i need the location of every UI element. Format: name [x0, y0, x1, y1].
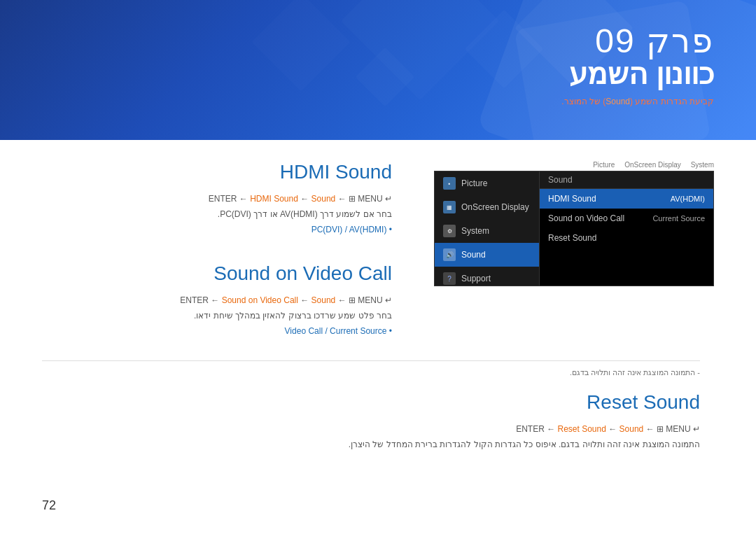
separator-line: [42, 360, 700, 361]
vc-bullets: Video Call / Current Source: [42, 326, 392, 336]
video-call-text: Sound on Video Call ↵ ENTER ← Sound on V…: [42, 262, 406, 336]
support-menu-icon: ?: [443, 272, 456, 285]
onscreen-menu-icon: ▦: [443, 201, 456, 213]
osd-item-reset[interactable]: Reset Sound: [540, 228, 713, 248]
vc-icon: ↵: [385, 295, 392, 305]
hdmi-menu-icon: ⊞: [349, 194, 356, 204]
reset-sub-text: התמונה המוצגת אינה זהה ותלויה בדגם. איפו…: [349, 440, 700, 449]
reset-arrow2: ←: [646, 424, 657, 434]
vc-arrow2: ←: [338, 295, 349, 305]
osd-menu-sound[interactable]: 🔊 Sound: [435, 243, 539, 267]
reset-menu-label: MENU: [666, 424, 690, 434]
hdmi-icon: ↵: [385, 194, 392, 204]
osd-menu-support: ? Support: [435, 267, 539, 290]
hdmi-arrow2: ←: [338, 194, 349, 204]
subtitle-link: Sound: [606, 97, 630, 106]
hdmi-sound-section: HDMI Sound ↵ ENTER ← HDMI Sound ← Sound …: [42, 161, 406, 234]
picture-menu-label: Picture: [461, 178, 487, 188]
osd-item-videocall[interactable]: Sound on Video Call Current Source: [540, 209, 713, 228]
hdmi-pc-link: PC(DVI): [312, 225, 343, 234]
vc-sub-text: בחר פלט שמע שרדכו ברצוק להאזין במהלך שיח…: [194, 311, 392, 321]
header-banner: פרק 09 כוונון השמע קביעת הגדרות השמע (So…: [0, 0, 756, 140]
top-section-row: HDMI Sound ↵ ENTER ← HDMI Sound ← Sound …: [42, 161, 714, 353]
osd-menu-system: ⚙ System: [435, 219, 539, 243]
reset-section-text: Reset Sound ↵ ENTER ← Reset Sound ← Soun…: [42, 391, 714, 452]
page-number: 72: [42, 498, 56, 513]
reset-icon: ↵: [693, 424, 700, 434]
video-call-section: Sound on Video Call ↵ ENTER ← Sound on V…: [42, 262, 406, 336]
osd-vc-value: Current Source: [652, 214, 705, 223]
vc-sound-vc-link: Sound on Video Call: [222, 295, 298, 305]
hdmi-enter-label: ENTER ←: [209, 194, 250, 204]
vc-currentsource-link: Current Source: [330, 326, 386, 336]
osd-container: ▪ Picture ▦ OnScreen Display ⚙ System 🔊 …: [434, 171, 714, 286]
vc-menu-label: MENU: [358, 295, 382, 305]
hdmi-menu-label: MENU: [358, 194, 382, 204]
sound-menu-icon: 🔊: [443, 248, 456, 261]
reset-sound-link2: Sound: [620, 424, 644, 434]
reset-menu-icon: ⊞: [657, 424, 664, 434]
vc-enter: ENTER ←: [180, 295, 221, 305]
osd-item-hdmi[interactable]: HDMI Sound AV(HDMI): [540, 189, 713, 209]
sound-menu-label: Sound: [461, 250, 486, 260]
system-menu-icon: ⚙: [443, 225, 456, 237]
video-call-title: Sound on Video Call: [42, 262, 392, 285]
hdmi-section-text: HDMI Sound ↵ ENTER ← HDMI Sound ← Sound …: [42, 161, 406, 234]
osd-vc-label: Sound on Video Call: [548, 213, 624, 223]
video-call-note: התמונה המוצגת אינה זהה ותלויה בדגם.: [42, 368, 700, 377]
chapter-number: פרק 09: [561, 21, 714, 60]
osd-category-labels: Picture OnScreen Display System: [593, 161, 714, 169]
osd-hdmi-value: AV(HDMI): [671, 195, 705, 203]
reset-title: Reset Sound: [42, 391, 700, 414]
osd-panel: Picture OnScreen Display System ▪ Pictur…: [434, 161, 714, 286]
osd-left-menu: ▪ Picture ▦ OnScreen Display ⚙ System 🔊 …: [435, 171, 540, 286]
reset-sound-section: Reset Sound ↵ ENTER ← Reset Sound ← Soun…: [42, 391, 714, 452]
hdmi-bullets: PC(DVI) / AV(HDMI): [42, 225, 392, 234]
subtitle-text-after: ) של המוצר.: [561, 97, 606, 106]
osd-menu-onscreen: ▦ OnScreen Display: [435, 195, 539, 219]
hdmi-av-link: AV(HDMI): [349, 225, 387, 234]
header-text-block: פרק 09 כוונון השמע קביעת הגדרות השמע (So…: [561, 21, 714, 106]
hdmi-sound-link: HDMI Sound: [250, 194, 298, 204]
video-call-instruction: ↵ ENTER ← Sound on Video Call ← Sound ← …: [42, 293, 392, 323]
chapter-title: כוונון השמע: [561, 57, 714, 91]
vc-menu-icon: ⊞: [349, 295, 356, 305]
chapter-subtitle: קביעת הגדרות השמע (Sound) של המוצר.: [561, 97, 714, 106]
vc-videocall-link: Video Call: [285, 326, 323, 336]
osd-right-panel: Sound HDMI Sound AV(HDMI) Sound on Video…: [540, 171, 713, 286]
osd-reset-label: Reset Sound: [548, 233, 596, 243]
support-menu-label: Support: [461, 274, 491, 283]
vc-arrow1: ←: [300, 295, 311, 305]
reset-sound-link: Reset Sound: [558, 424, 606, 434]
vc-sound-link: Sound: [312, 295, 336, 305]
text-sections: HDMI Sound ↵ ENTER ← HDMI Sound ← Sound …: [42, 161, 406, 353]
osd-menu-picture: ▪ Picture: [435, 171, 539, 195]
hdmi-arrow1: ←: [300, 194, 311, 204]
video-call-note-row: התמונה המוצגת אינה זהה ותלויה בדגם.: [42, 360, 714, 377]
main-content: HDMI Sound ↵ ENTER ← HDMI Sound ← Sound …: [0, 147, 756, 534]
osd-hdmi-label: HDMI Sound: [548, 194, 596, 204]
hdmi-instruction: ↵ ENTER ← HDMI Sound ← Sound ← ⊞ MENU בח…: [42, 192, 392, 222]
hdmi-sub-text: בחר אם לשמוע דרך AV(HDMI) או דרך PC(DVI)…: [218, 209, 392, 219]
reset-enter: ENTER ←: [516, 424, 557, 434]
picture-menu-icon: ▪: [443, 177, 456, 190]
hdmi-sound-link2: Sound: [312, 194, 336, 204]
osd-right-header: Sound: [540, 171, 713, 189]
reset-arrow1: ←: [608, 424, 619, 434]
system-menu-label: System: [461, 226, 489, 236]
onscreen-menu-label: OnScreen Display: [461, 202, 529, 212]
reset-instruction: ↵ ENTER ← Reset Sound ← Sound ← ⊞ MENU ה…: [42, 422, 700, 452]
subtitle-text-before: קביעת הגדרות השמע (: [630, 97, 714, 106]
hdmi-title: HDMI Sound: [42, 161, 392, 183]
